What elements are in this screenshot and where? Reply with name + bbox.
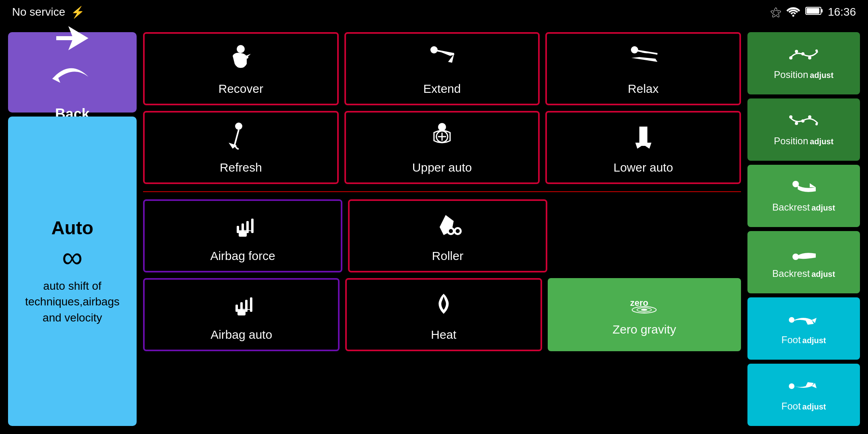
refresh-button[interactable]: Refresh — [143, 111, 339, 184]
foot-up-label: Foot — [782, 334, 801, 346]
svg-rect-13 — [637, 143, 649, 146]
back-arrow-icon — [52, 22, 92, 59]
foot-up-button[interactable]: Foot adjust — [747, 297, 860, 360]
backrest-down-sublabel: adjust — [811, 270, 835, 279]
backrest-down-button[interactable]: Backrest adjust — [747, 231, 860, 293]
right-sidebar: Position adjust Position adjust — [747, 32, 860, 426]
time-display: 16:36 — [828, 6, 856, 18]
svg-point-6 — [430, 46, 438, 53]
svg-point-41 — [789, 115, 792, 119]
position-up-button[interactable]: Position adjust — [747, 32, 860, 94]
svg-rect-2 — [821, 9, 823, 12]
airbag-force-button[interactable]: Airbag force — [143, 199, 342, 272]
svg-point-21 — [449, 229, 453, 233]
zero-gravity-label: Zero gravity — [612, 323, 676, 336]
position-down-sublabel: adjust — [810, 137, 833, 146]
airbag-force-icon — [227, 209, 259, 245]
svg-point-35 — [795, 50, 798, 53]
heat-label: Heat — [431, 328, 456, 342]
backrest-up-button[interactable]: Backrest adjust — [747, 165, 860, 227]
svg-rect-24 — [235, 305, 238, 312]
zero-gravity-icon: zero — [628, 293, 660, 319]
svg-point-36 — [789, 56, 792, 59]
backrest-down-icon — [788, 246, 820, 266]
extend-label: Extend — [423, 82, 461, 96]
auto-infinity-icon: ∞ — [62, 243, 82, 272]
relax-label: Relax — [628, 82, 659, 96]
lower-auto-button[interactable]: Lower auto — [545, 111, 741, 184]
back-button[interactable]: Back — [8, 32, 137, 113]
svg-point-33 — [808, 56, 811, 59]
svg-rect-17 — [246, 221, 249, 233]
foot-up-sublabel: adjust — [802, 336, 826, 345]
empty-slot-1 — [553, 199, 741, 272]
svg-point-44 — [789, 317, 794, 323]
backrest-up-sublabel: adjust — [811, 203, 835, 213]
grid-row-2: Refresh Upper auto — [143, 111, 741, 184]
svg-point-32 — [815, 49, 818, 52]
svg-point-5 — [245, 55, 248, 59]
refresh-label: Refresh — [220, 161, 262, 174]
left-sidebar: Back Auto ∞ auto shift of techniques,air… — [8, 32, 137, 426]
grid-row-3: Airbag force Roller — [143, 199, 741, 272]
usb-icon: ⚡ — [71, 6, 85, 19]
relax-button[interactable]: Relax — [545, 32, 741, 105]
foot-down-icon — [788, 378, 820, 398]
upper-auto-button[interactable]: Upper auto — [344, 111, 540, 184]
svg-point-10 — [235, 123, 242, 130]
foot-up-icon — [788, 312, 820, 332]
grid-divider — [143, 191, 741, 192]
upper-auto-icon — [426, 121, 458, 157]
no-service-text: No service — [12, 6, 65, 18]
refresh-icon — [225, 121, 257, 157]
svg-rect-25 — [240, 302, 243, 312]
lower-auto-label: Lower auto — [613, 161, 673, 174]
heat-icon — [428, 288, 460, 324]
lower-auto-icon — [627, 121, 659, 157]
upper-auto-label: Upper auto — [412, 161, 472, 174]
position-down-button[interactable]: Position adjust — [747, 98, 860, 161]
airbag-force-label: Airbag force — [210, 249, 275, 263]
roller-button[interactable]: Roller — [348, 199, 547, 272]
svg-point-0 — [792, 14, 794, 16]
auto-title: Auto — [51, 217, 94, 239]
svg-point-37 — [815, 123, 818, 125]
zero-gravity-button[interactable]: zero Zero gravity — [548, 278, 741, 351]
svg-line-9 — [637, 51, 657, 54]
foot-down-button[interactable]: Foot adjust — [747, 364, 860, 426]
backrest-down-label: Backrest — [772, 268, 810, 279]
svg-point-8 — [631, 46, 638, 53]
relax-icon — [627, 42, 659, 78]
status-bar: No service ⚡ ⚝ 16:36 — [0, 0, 868, 24]
airbag-auto-label: Airbag auto — [211, 328, 272, 342]
recover-button[interactable]: Recover — [143, 32, 339, 105]
roller-label: Roller — [432, 249, 463, 263]
position-down-label: Position — [774, 135, 808, 147]
svg-point-34 — [801, 52, 805, 55]
svg-point-38 — [808, 115, 811, 119]
position-up-sublabel: adjust — [810, 71, 833, 80]
recover-icon — [225, 42, 257, 78]
svg-point-31 — [641, 309, 647, 311]
wifi-icon — [786, 5, 800, 20]
svg-point-11 — [438, 123, 446, 131]
main-content: Back Auto ∞ auto shift of techniques,air… — [0, 24, 868, 434]
svg-point-4 — [237, 45, 245, 53]
svg-rect-3 — [807, 8, 819, 14]
foot-down-sublabel: adjust — [802, 402, 826, 411]
svg-point-22 — [456, 229, 460, 233]
svg-point-40 — [795, 122, 798, 125]
center-grid: Recover Extend — [143, 32, 741, 426]
svg-point-39 — [801, 119, 805, 123]
airbag-auto-button[interactable]: Airbag auto — [143, 278, 340, 351]
grid-row-4: Airbag auto Heat zero — [143, 278, 741, 351]
heat-button[interactable]: Heat — [345, 278, 542, 351]
svg-rect-26 — [245, 300, 248, 312]
position-up-label: Position — [774, 69, 808, 80]
backrest-up-label: Backrest — [772, 202, 810, 213]
recover-label: Recover — [218, 82, 263, 96]
extend-icon — [426, 42, 458, 78]
position-down-icon — [788, 113, 820, 133]
svg-rect-15 — [237, 226, 239, 233]
extend-button[interactable]: Extend — [344, 32, 540, 105]
